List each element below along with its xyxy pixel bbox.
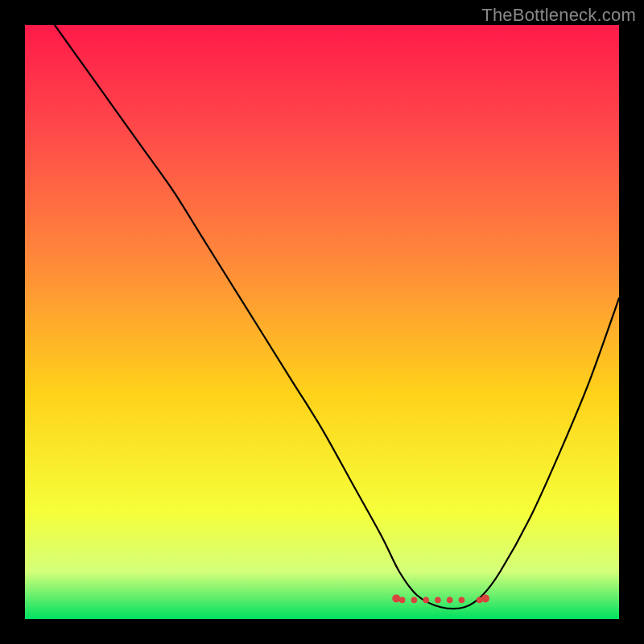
chart-svg: [25, 25, 619, 619]
floor-dot: [447, 597, 453, 604]
watermark-text: TheBottleneck.com: [481, 5, 636, 26]
floor-dot-cap: [481, 594, 489, 602]
floor-dot: [435, 597, 441, 604]
gradient-background: [25, 25, 619, 619]
floor-dot: [411, 597, 418, 604]
chart-container: TheBottleneck.com: [0, 0, 644, 644]
plot-area: [25, 25, 619, 619]
floor-dot: [459, 597, 465, 604]
floor-dot: [423, 597, 429, 604]
floor-dot-cap: [392, 594, 400, 602]
